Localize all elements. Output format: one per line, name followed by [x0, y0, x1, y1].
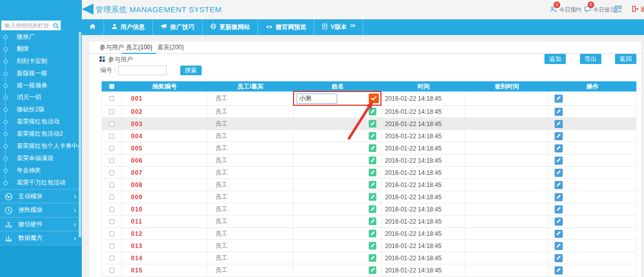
- nav-item-megaphone[interactable]: 推广技巧: [153, 19, 203, 35]
- append-button[interactable]: 追加: [544, 54, 566, 64]
- row-checkbox[interactable]: [109, 256, 114, 261]
- sidebar-section-item[interactable]: 微信硬件 ›: [0, 217, 82, 231]
- cell-lottery-number[interactable]: 006: [122, 155, 207, 166]
- edit-name-button[interactable]: [369, 242, 376, 250]
- tab-employees[interactable]: 员工(100): [122, 42, 156, 54]
- cell-lottery-number[interactable]: 001: [122, 91, 207, 105]
- nav-home-button[interactable]: [82, 19, 104, 35]
- search-button[interactable]: 搜索: [180, 66, 202, 75]
- export-button[interactable]: 导出: [580, 54, 601, 64]
- cell-lottery-number[interactable]: 010: [122, 203, 207, 215]
- row-checkbox[interactable]: [109, 96, 114, 101]
- sidebar-menu-item[interactable]: 新版摇一摇: [0, 68, 82, 80]
- edit-name-button[interactable]: [369, 254, 376, 262]
- row-checkbox[interactable]: [109, 231, 114, 236]
- name-edit-input[interactable]: [297, 94, 337, 104]
- sidebar-menu-item[interactable]: 消灭一切: [0, 91, 82, 104]
- sidebar-menu-item[interactable]: 嘉荣摇红包个人卡券中心2: [0, 140, 82, 152]
- sidebar-section-item[interactable]: 数据魔方 ›: [0, 231, 82, 245]
- edit-name-button[interactable]: [369, 169, 376, 176]
- operation-edit-button[interactable]: [555, 108, 563, 116]
- edit-name-button[interactable]: [369, 266, 376, 274]
- edit-name-button[interactable]: [369, 193, 376, 201]
- operation-edit-button[interactable]: [555, 144, 563, 152]
- row-checkbox[interactable]: [109, 109, 114, 114]
- cell-lottery-number[interactable]: 011: [122, 216, 207, 227]
- row-checkbox[interactable]: [109, 146, 114, 151]
- operation-edit-button[interactable]: [555, 95, 563, 103]
- edit-name-button[interactable]: [369, 205, 376, 213]
- sidebar-search-input[interactable]: [1, 20, 61, 30]
- qr-code-icon[interactable]: [615, 6, 622, 13]
- row-checkbox[interactable]: [109, 268, 114, 273]
- cell-lottery-number[interactable]: 009: [122, 191, 207, 203]
- confirm-edit-button[interactable]: [369, 94, 379, 103]
- cell-lottery-number[interactable]: 012: [122, 228, 207, 239]
- logout-button[interactable]: 退出: [632, 6, 644, 13]
- select-all-checkbox[interactable]: [109, 84, 114, 89]
- sidebar-menu-item[interactable]: 翻牌: [0, 43, 82, 55]
- edit-name-button[interactable]: [369, 144, 376, 152]
- operation-edit-button[interactable]: [555, 218, 563, 226]
- row-checkbox[interactable]: [109, 170, 114, 175]
- cell-lottery-number[interactable]: 002: [122, 106, 207, 117]
- cell-lottery-number[interactable]: 007: [122, 167, 207, 178]
- operation-edit-button[interactable]: [555, 193, 563, 201]
- cell-lottery-number[interactable]: 013: [122, 240, 207, 252]
- edit-name-button[interactable]: [369, 108, 376, 115]
- sidebar-menu-item[interactable]: 摇一摇领券: [0, 80, 82, 92]
- nav-item-user[interactable]: 用户信息: [104, 19, 153, 35]
- row-checkbox[interactable]: [109, 195, 114, 200]
- cell-lottery-number[interactable]: 003: [122, 118, 207, 130]
- edit-name-button[interactable]: [369, 132, 376, 140]
- operation-edit-button[interactable]: [555, 242, 563, 250]
- sidebar-section-item[interactable]: 互动模块 ›: [0, 189, 82, 203]
- cell-lottery-number[interactable]: 015: [122, 264, 207, 276]
- tab-guests[interactable]: 嘉宾(200): [153, 42, 188, 54]
- operation-edit-button[interactable]: [555, 254, 563, 262]
- row-checkbox[interactable]: [109, 243, 114, 249]
- row-checkbox[interactable]: [109, 121, 114, 127]
- sidebar-menu-item[interactable]: 嘉荣摇红包活动: [0, 116, 82, 128]
- edit-name-button[interactable]: [369, 181, 376, 189]
- operation-edit-button[interactable]: [555, 120, 563, 128]
- operation-edit-button[interactable]: [555, 169, 563, 177]
- operation-edit-button[interactable]: [555, 205, 563, 213]
- nav-item-globe[interactable]: 更新微网站: [203, 19, 258, 35]
- cell-lottery-number[interactable]: 014: [122, 252, 207, 264]
- today-message-button[interactable]: 今日留言 0: [584, 6, 616, 14]
- row-checkbox[interactable]: [109, 134, 114, 139]
- operation-edit-button[interactable]: [555, 181, 563, 189]
- today-booking-button[interactable]: 今日预约 0: [550, 6, 582, 14]
- cell-lottery-number[interactable]: 004: [122, 130, 207, 142]
- row-checkbox[interactable]: [109, 219, 114, 224]
- sidebar-menu-item[interactable]: 微推广: [0, 31, 82, 43]
- edit-name-button[interactable]: [369, 230, 376, 237]
- edit-name-button[interactable]: [369, 218, 376, 225]
- back-button[interactable]: 返回: [615, 54, 636, 64]
- nav-item-version[interactable]: V版本 >>: [314, 19, 363, 35]
- row-checkbox[interactable]: [109, 182, 114, 188]
- sidebar-menu-item[interactable]: 嘉荣千万红包活动: [0, 177, 82, 189]
- operation-edit-button[interactable]: [555, 266, 563, 274]
- operation-edit-button[interactable]: [555, 132, 563, 140]
- row-checkbox[interactable]: [109, 207, 114, 212]
- edit-name-button[interactable]: [369, 157, 376, 164]
- sidebar-section-item[interactable]: 便民模块 ›: [0, 203, 82, 217]
- operation-edit-button[interactable]: [555, 230, 563, 238]
- sidebar-menu-item[interactable]: 年会抽奖: [0, 165, 82, 177]
- number-filter-input[interactable]: [118, 66, 167, 75]
- sidebar-menu-item[interactable]: 嘉荣幸福满袋: [0, 152, 82, 165]
- row-checkbox[interactable]: [109, 158, 114, 163]
- nav-item-eye[interactable]: 微官网预览: [258, 19, 314, 35]
- sidebar-menu-item[interactable]: 嘉荣摇红包活动2: [0, 128, 82, 140]
- operation-edit-button[interactable]: [555, 157, 563, 165]
- cell-lottery-number[interactable]: 005: [122, 142, 207, 154]
- sidebar-menu-item[interactable]: 刮刮卡定制: [0, 55, 82, 68]
- pencil-icon: [556, 108, 561, 115]
- sidebar-scrollbar[interactable]: [79, 32, 81, 237]
- search-icon[interactable]: [53, 22, 59, 32]
- edit-name-button[interactable]: [369, 120, 376, 128]
- sidebar-menu-item[interactable]: 微砍价2版: [0, 104, 82, 116]
- cell-lottery-number[interactable]: 008: [122, 179, 207, 191]
